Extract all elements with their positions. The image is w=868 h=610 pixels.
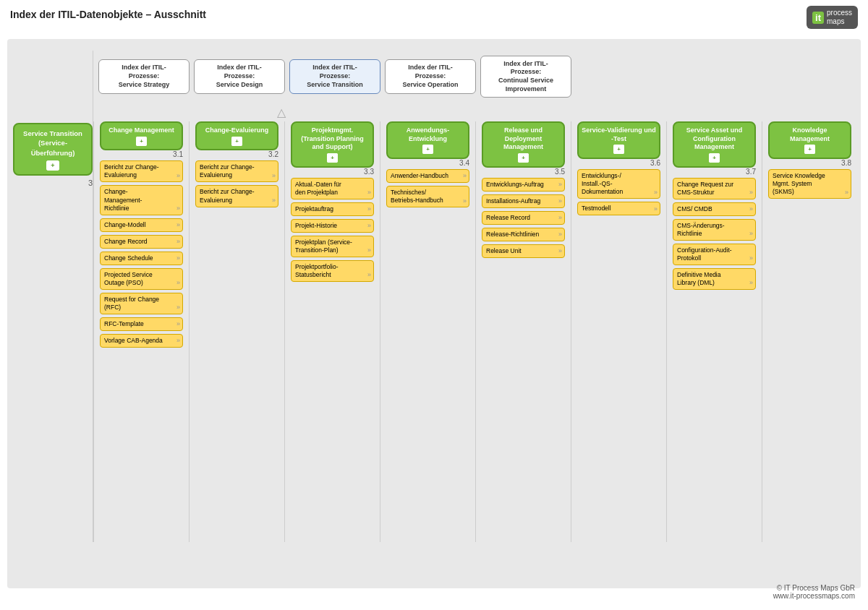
list-item[interactable]: CMS-Änderungs-Richtlinie»	[673, 219, 756, 241]
col-32-number: 3.2	[195, 150, 278, 158]
top-bar: Index der ITIL-Datenobjekte – Ausschnitt…	[0, 0, 868, 35]
list-item[interactable]: Installations-Auftrag»	[482, 194, 565, 208]
header-boxes-row: Index der ITIL-Prozesse:Service Strategy…	[93, 51, 857, 103]
header-h2: Index der ITIL-Prozesse:Service Design	[194, 59, 285, 93]
list-item[interactable]: CMS/ CMDB»	[673, 202, 756, 216]
header-h5: Index der ITIL-Prozesse:Continual Servic…	[480, 56, 571, 98]
col-36-number: 3.6	[577, 159, 660, 167]
list-item[interactable]: Projected ServiceOutage (PSO)»	[100, 268, 183, 290]
sidebar-number: 3	[13, 179, 93, 187]
col-34-header[interactable]: Anwendungs-Entwicklung +	[386, 121, 469, 159]
list-item[interactable]: Bericht zur Change-Evaluierung»	[195, 160, 278, 182]
list-item[interactable]: Change-Management-Richtlinie»	[100, 185, 183, 215]
list-item[interactable]: Aktual.-Daten fürden Projektplan»	[291, 178, 374, 199]
col-35-number: 3.5	[482, 168, 565, 176]
list-item[interactable]: Projekt-Historie»	[291, 219, 374, 233]
col-31: Change Management + 3.1 Bericht zur Chan…	[93, 121, 189, 542]
col-35-header[interactable]: Release undDeploymentManagement +	[482, 121, 565, 168]
list-item[interactable]: Vorlage CAB-Agenda»	[100, 334, 183, 348]
list-item[interactable]: RFC-Template»	[100, 317, 183, 331]
list-item[interactable]: Change Schedule»	[100, 252, 183, 265]
list-item[interactable]: Request for Change(RFC)»	[100, 293, 183, 314]
col-35: Release undDeploymentManagement + 3.5 En…	[475, 121, 571, 542]
page: Index der ITIL-Datenobjekte – Ausschnitt…	[0, 0, 868, 610]
col-38-header[interactable]: KnowledgeManagement +	[768, 121, 851, 159]
list-item[interactable]: Release Unit»	[482, 244, 565, 258]
data-columns: Change Management + 3.1 Bericht zur Chan…	[93, 121, 857, 542]
col-34: Anwendungs-Entwicklung + 3.4 Anwender-Ha…	[380, 121, 475, 542]
col-33-number: 3.3	[291, 168, 374, 176]
header-h3[interactable]: Index der ITIL-Prozesse:Service Transiti…	[289, 59, 380, 93]
list-item[interactable]: Change Record»	[100, 235, 183, 249]
logo-text: process maps	[827, 9, 852, 26]
col-36: Service-Validierung und-Test + 3.6 Entwi…	[571, 121, 666, 542]
list-item[interactable]: Bericht zur Change-Evaluierung»	[100, 160, 183, 182]
col-37-header[interactable]: Service Asset undConfigurationManagement…	[673, 121, 756, 168]
col-32: Change-Evaluierung + 3.2 Bericht zur Cha…	[189, 121, 284, 542]
sidebar-label: Service Transition(Service-Überführung)	[19, 129, 87, 158]
list-item[interactable]: Release-Richtlinien»	[482, 228, 565, 241]
col-38: KnowledgeManagement + 3.8 Service Knowle…	[762, 121, 857, 542]
list-item[interactable]: Anwender-Handbuch»	[386, 169, 469, 183]
header-h1: Index der ITIL-Prozesse:Service Strategy	[98, 59, 190, 93]
col-36-header[interactable]: Service-Validierung und-Test +	[577, 121, 660, 159]
col-34-number: 3.4	[386, 159, 469, 167]
col-33-header[interactable]: Projektmgmt.(Transition Planningand Supp…	[291, 121, 374, 168]
list-item[interactable]: Entwicklungs-Auftrag»	[482, 178, 565, 192]
header-h4: Index der ITIL-Prozesse:Service Operatio…	[385, 59, 476, 93]
col-32-header[interactable]: Change-Evaluierung +	[195, 121, 278, 150]
col-37-number: 3.7	[673, 168, 756, 176]
logo-it: it	[812, 12, 824, 24]
col-38-number: 3.8	[768, 159, 851, 167]
main-container: Service Transition(Service-Überführung) …	[7, 39, 861, 588]
list-item[interactable]: Change Request zurCMS-Struktur»	[673, 178, 756, 199]
triangle-indicator: △	[93, 103, 857, 121]
col-31-number: 3.1	[100, 150, 183, 158]
list-item[interactable]: Release Record»	[482, 211, 565, 225]
list-item[interactable]: Testmodell»	[577, 202, 660, 215]
page-title: Index der ITIL-Datenobjekte – Ausschnitt	[10, 9, 206, 20]
list-item[interactable]: Service KnowledgeMgmt. System(SKMS)»	[768, 169, 851, 199]
list-item[interactable]: Entwicklungs-/Install.-QS-Dokumentation»	[577, 169, 660, 199]
footer: © IT Process Maps GbR www.it-processmaps…	[773, 584, 855, 600]
col-31-header[interactable]: Change Management +	[100, 121, 183, 150]
list-item[interactable]: Bericht zur Change-Evaluierung»	[195, 185, 278, 207]
list-item[interactable]: Projektplan (Service-Transition-Plan)»	[291, 236, 374, 257]
list-item[interactable]: Configuration-Audit-Protokoll»	[673, 244, 756, 265]
col-37: Service Asset undConfigurationManagement…	[666, 121, 762, 542]
sidebar-process-box[interactable]: Service Transition(Service-Überführung) …	[13, 123, 93, 176]
sidebar-plus-btn[interactable]: +	[46, 160, 59, 171]
footer-line2: www.it-processmaps.com	[773, 592, 855, 600]
list-item[interactable]: Projektportfolio-Statusbericht»	[291, 260, 374, 282]
list-item[interactable]: Definitive MediaLibrary (DML)»	[673, 268, 756, 290]
list-item[interactable]: Change-Modell»	[100, 218, 183, 232]
list-item[interactable]: Projektauftrag»	[291, 202, 374, 216]
logo: it process maps	[807, 6, 858, 29]
footer-line1: © IT Process Maps GbR	[773, 584, 855, 592]
col-33: Projektmgmt.(Transition Planningand Supp…	[284, 121, 380, 542]
list-item[interactable]: Technisches/Betriebs-Handbuch»	[386, 186, 469, 207]
